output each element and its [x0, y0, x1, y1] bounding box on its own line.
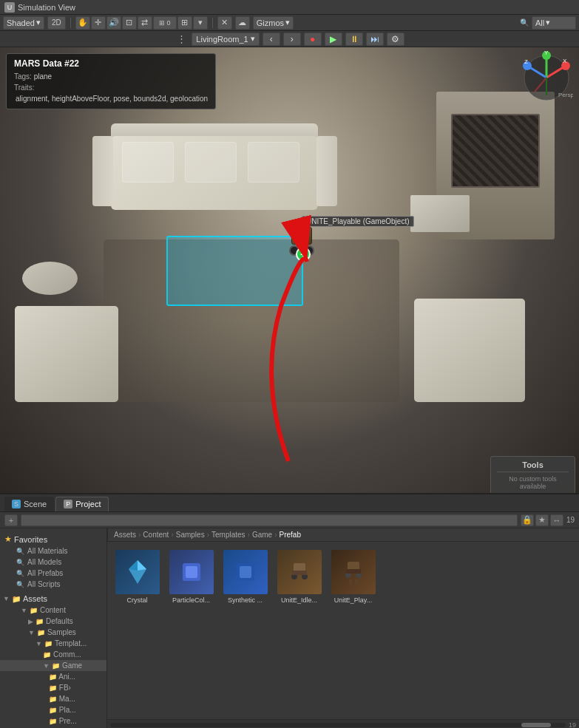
- project-search-input[interactable]: [21, 514, 518, 526]
- tree-item-all-prefabs[interactable]: 🔍 All Prefabs: [0, 568, 106, 579]
- title-bar: U Simulation View: [0, 0, 579, 15]
- scene-chevron-icon: ▾: [251, 34, 255, 44]
- size-slider-icon[interactable]: ↔: [550, 514, 563, 526]
- shading-dropdown[interactable]: Shaded ▾: [3, 16, 44, 30]
- ma-folder-icon: 📁: [49, 695, 57, 703]
- search-icon: 🔍: [16, 548, 24, 555]
- ma-label: Ma...: [59, 695, 75, 703]
- mars-data-panel: MARS Data #22 Tags: plane Traits: alignm…: [6, 53, 216, 109]
- bc-prefab[interactable]: Prefab: [279, 531, 300, 539]
- pla-label: Pla...: [59, 706, 76, 714]
- menu-dots[interactable]: ⋮: [175, 33, 189, 44]
- asset-unite-play[interactable]: UnitE_Play...: [329, 548, 377, 606]
- tree-item-ani[interactable]: 📁 Ani...: [0, 671, 106, 682]
- scroll-thumb[interactable]: [521, 723, 551, 727]
- svg-rect-24: [292, 571, 307, 575]
- content-arrow-icon: ▼: [21, 607, 27, 614]
- tree-item-templat[interactable]: ▼ 📁 Templat...: [0, 638, 106, 649]
- coffee-table[interactable]: [166, 236, 303, 306]
- tools-subtitle: No custom tools available: [497, 475, 569, 490]
- hand-tool-icon[interactable]: ✋: [75, 16, 90, 30]
- bc-sep3: ›: [207, 531, 209, 539]
- comm-folder-icon: 📁: [43, 651, 51, 659]
- tree-item-defaults[interactable]: ▶ 📁 Defaults: [0, 616, 106, 627]
- asset-crystal[interactable]: Crystal: [113, 548, 161, 606]
- templat-arrow-icon: ▼: [35, 640, 42, 647]
- move-tool-icon[interactable]: ✛: [91, 16, 106, 30]
- bc-game[interactable]: Game: [252, 531, 272, 539]
- crystal-thumbnail: [115, 550, 160, 594]
- synthetic-label: Synthetic ...: [228, 596, 263, 604]
- asset-unite-idle[interactable]: UnitE_Idle...: [275, 548, 323, 606]
- 2d-button[interactable]: 2D: [47, 16, 66, 30]
- tree-item-pla[interactable]: 📁 Pla...: [0, 704, 106, 715]
- assets-section: ▼ 📁 Assets ▼ 📁 Content ▶ 📁 Defaults ▼ 📁: [0, 591, 106, 728]
- scene-name-dropdown[interactable]: LivingRoom_1 ▾: [192, 33, 259, 46]
- pla-folder-icon: 📁: [49, 707, 57, 714]
- play-btn[interactable]: ▶: [325, 33, 342, 46]
- add-button[interactable]: +: [4, 514, 18, 526]
- add-object-button[interactable]: +: [296, 247, 311, 262]
- assets-arrow-icon: ▼: [3, 595, 10, 602]
- next-scene-btn[interactable]: ›: [283, 33, 301, 46]
- right-chair: [414, 299, 525, 402]
- templat-label: Templat...: [55, 639, 87, 647]
- tab-project[interactable]: P Project: [55, 497, 109, 511]
- step-btn[interactable]: ⏭: [366, 33, 384, 46]
- asset-particlecol[interactable]: ParticleCol...: [167, 548, 215, 606]
- templat-folder-icon: 📁: [44, 640, 53, 647]
- search-dropdown[interactable]: All ▾: [532, 16, 576, 30]
- game-label: Game: [62, 661, 82, 670]
- settings-btn[interactable]: ⚙: [387, 33, 404, 46]
- bottom-scrollbar[interactable]: 19: [107, 719, 579, 728]
- more-icon[interactable]: ▾: [193, 16, 208, 30]
- tree-item-pre[interactable]: 📁 Pre...: [0, 715, 106, 727]
- tab-scene-label: Scene: [24, 500, 47, 508]
- tree-item-content[interactable]: ▼ 📁 Content: [0, 605, 106, 616]
- tree-item-game[interactable]: ▼ 📁 Game: [0, 660, 106, 671]
- content-area: ★ Favorites 🔍 All Materials 🔍 All Models…: [0, 528, 579, 728]
- ani-folder-icon: 📁: [49, 673, 57, 681]
- favorites-section: ★ Favorites 🔍 All Materials 🔍 All Models…: [0, 531, 106, 591]
- favorite-icon[interactable]: ★: [535, 514, 549, 526]
- layer-icon[interactable]: ⊞ 0: [153, 16, 177, 30]
- svg-rect-29: [349, 579, 352, 585]
- pre-folder-icon: 📁: [49, 718, 57, 725]
- cloud-icon[interactable]: ☁: [235, 16, 250, 30]
- prev-scene-btn[interactable]: ‹: [263, 33, 280, 46]
- viewport[interactable]: UNITE_Playable (GameObject) + MARS Data …: [0, 47, 579, 498]
- collab-icon[interactable]: ✕: [217, 16, 232, 30]
- pause-btn[interactable]: ⏸: [345, 33, 363, 46]
- tree-item-all-scripts[interactable]: 🔍 All Scripts: [0, 579, 106, 590]
- lock-icon[interactable]: 🔒: [521, 514, 534, 526]
- object-label: UNITE_Playable (GameObject): [302, 216, 414, 227]
- bc-content[interactable]: Content: [143, 531, 169, 539]
- grid-icon[interactable]: ⊞: [177, 16, 192, 30]
- separator2: [212, 18, 213, 28]
- bc-templates[interactable]: Templates: [211, 531, 246, 539]
- asset-grid-wrapper: Assets › Content › Samples › Templates ›…: [107, 528, 579, 728]
- toolbar-right-icons: 🔒 ★ ↔ 19: [521, 514, 575, 526]
- assets-header[interactable]: ▼ 📁 Assets: [0, 593, 106, 605]
- tab-scene[interactable]: S Scene: [4, 497, 54, 511]
- transform-tool-icon[interactable]: ⇄: [138, 16, 152, 30]
- asset-synthetic[interactable]: Synthetic ...: [221, 548, 269, 606]
- tool-icons: ✋ ✛ 🔊 ⊡ ⇄ ⊞ 0 ⊞ ▾: [75, 16, 208, 30]
- tree-item-fb[interactable]: 📁 FB›: [0, 682, 106, 693]
- tree-item-all-models[interactable]: 🔍 All Models: [0, 557, 106, 568]
- scroll-track[interactable]: [110, 723, 566, 727]
- tree-item-samples[interactable]: ▼ 📁 Samples: [0, 627, 106, 638]
- favorites-header[interactable]: ★ Favorites: [0, 533, 106, 545]
- tree-item-all-materials[interactable]: 🔍 All Materials: [0, 545, 106, 557]
- audio-tool-icon[interactable]: 🔊: [106, 16, 121, 30]
- record-btn[interactable]: ●: [304, 33, 322, 46]
- tree-item-comm[interactable]: 📁 Comm...: [0, 649, 106, 660]
- tree-item-ma[interactable]: 📁 Ma...: [0, 693, 106, 704]
- bc-samples[interactable]: Samples: [176, 531, 205, 539]
- bc-assets[interactable]: Assets: [114, 531, 136, 539]
- gizmos-dropdown[interactable]: Gizmos ▾: [253, 16, 294, 30]
- bc-sep1: ›: [138, 531, 140, 539]
- rect-tool-icon[interactable]: ⊡: [122, 16, 137, 30]
- search-icon3: 🔍: [16, 570, 24, 577]
- scene-gizmo[interactable]: X Y Z Persp: [520, 51, 573, 104]
